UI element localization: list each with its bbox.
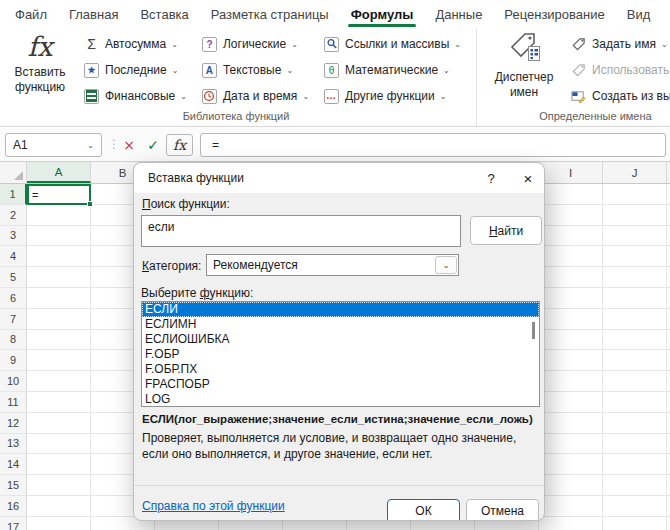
row-header-2[interactable]: 2 xyxy=(0,205,27,226)
cell-A7[interactable] xyxy=(27,309,91,330)
row-header-15[interactable]: 15 xyxy=(0,475,27,496)
cell-A17[interactable] xyxy=(27,517,91,530)
date-time-button[interactable]: Дата и время⌄ xyxy=(194,83,316,109)
cell-J8[interactable] xyxy=(603,330,667,351)
dialog-close-icon[interactable]: × xyxy=(518,168,538,188)
cell-I10[interactable] xyxy=(539,371,603,392)
cell-I17[interactable] xyxy=(539,517,603,530)
cell-A11[interactable] xyxy=(27,392,91,413)
tab-data[interactable]: Данные xyxy=(424,0,493,28)
cell-A13[interactable] xyxy=(27,434,91,455)
function-list-item[interactable]: F.ОБР.ПХ xyxy=(142,362,539,377)
cell-J5[interactable] xyxy=(603,267,667,288)
row-header-8[interactable]: 8 xyxy=(0,330,27,351)
cell-J15[interactable] xyxy=(603,475,667,496)
select-all-corner[interactable] xyxy=(0,162,27,183)
financial-button[interactable]: Финансовые⌄ xyxy=(76,83,194,109)
cell-J12[interactable] xyxy=(603,413,667,434)
function-list-item[interactable]: ЕСЛИ xyxy=(142,302,539,317)
cell-J17[interactable] xyxy=(603,517,667,530)
function-list-item[interactable]: F.ОБР xyxy=(142,347,539,362)
function-list-item[interactable]: ЕСЛИМН xyxy=(142,317,539,332)
function-help-link[interactable]: Справка по этой функции xyxy=(142,499,285,513)
cell-A16[interactable] xyxy=(27,496,91,517)
cell-A8[interactable] xyxy=(27,330,91,351)
function-list-item[interactable]: LOG xyxy=(142,392,539,407)
cell-A5[interactable] xyxy=(27,267,91,288)
tab-insert[interactable]: Вставка xyxy=(129,0,199,28)
cell-I2[interactable] xyxy=(539,205,603,226)
tab-home[interactable]: Главная xyxy=(58,0,129,28)
lookup-reference-button[interactable]: Ссылки и массивы⌄ xyxy=(316,31,468,57)
row-header-4[interactable]: 4 xyxy=(0,246,27,267)
row-header-10[interactable]: 10 xyxy=(0,371,27,392)
cell-J11[interactable] xyxy=(603,392,667,413)
cell-I3[interactable] xyxy=(539,226,603,247)
row-header-7[interactable]: 7 xyxy=(0,309,27,330)
cell-A12[interactable] xyxy=(27,413,91,434)
row-header-14[interactable]: 14 xyxy=(0,454,27,475)
autosum-button[interactable]: ΣАвтосумма⌄ xyxy=(76,31,194,57)
fill-handle[interactable] xyxy=(87,201,93,207)
cell-J13[interactable] xyxy=(603,434,667,455)
tab-review[interactable]: Рецензирование xyxy=(493,0,615,28)
cell-J4[interactable] xyxy=(603,246,667,267)
cell-I14[interactable] xyxy=(539,454,603,475)
row-header-11[interactable]: 11 xyxy=(0,392,27,413)
function-list-item[interactable]: FРАСПОБР xyxy=(142,377,539,392)
cell-I13[interactable] xyxy=(539,434,603,455)
cell-J2[interactable] xyxy=(603,205,667,226)
cell-I11[interactable] xyxy=(539,392,603,413)
name-box[interactable]: A1 ⌄ xyxy=(5,133,102,157)
cell-I6[interactable] xyxy=(539,288,603,309)
more-functions-button[interactable]: …Другие функции⌄ xyxy=(316,83,468,109)
row-header-1[interactable]: 1 xyxy=(0,184,27,205)
cell-I12[interactable] xyxy=(539,413,603,434)
cell-J6[interactable] xyxy=(603,288,667,309)
cell-I1[interactable] xyxy=(539,184,603,205)
active-cell-a1[interactable]: = xyxy=(27,184,91,205)
row-header-17[interactable]: 17 xyxy=(0,517,27,530)
cell-I4[interactable] xyxy=(539,246,603,267)
row-header-5[interactable]: 5 xyxy=(0,267,27,288)
define-name-button[interactable]: Задать имя⌄ xyxy=(563,31,670,57)
row-header-9[interactable]: 9 xyxy=(0,350,27,371)
cell-A6[interactable] xyxy=(27,288,91,309)
category-dropdown[interactable]: Рекомендуется ⌄ xyxy=(206,254,459,276)
cell-I5[interactable] xyxy=(539,267,603,288)
cell-J7[interactable] xyxy=(603,309,667,330)
name-manager-button[interactable]: Диспетчер имен xyxy=(485,28,563,100)
tab-view[interactable]: Вид xyxy=(616,0,662,28)
cell-I8[interactable] xyxy=(539,330,603,351)
ok-button[interactable]: ОК xyxy=(387,499,460,521)
chevron-down-icon[interactable]: ⌄ xyxy=(435,256,457,274)
find-button[interactable]: Найти xyxy=(470,216,542,245)
search-input[interactable]: если xyxy=(141,215,461,247)
formula-input[interactable]: = xyxy=(200,133,666,157)
math-trig-button[interactable]: θМатематические⌄ xyxy=(316,57,468,83)
row-header-12[interactable]: 12 xyxy=(0,413,27,434)
create-from-selection-button[interactable]: Создать из выделе xyxy=(563,83,670,109)
row-header-3[interactable]: 3 xyxy=(0,226,27,247)
cancel-entry-icon[interactable]: × xyxy=(118,134,140,156)
chevron-down-icon[interactable]: ⌄ xyxy=(87,141,94,150)
cell-I7[interactable] xyxy=(539,309,603,330)
insert-function-fx-icon[interactable]: fx xyxy=(166,134,193,156)
cell-J3[interactable] xyxy=(603,226,667,247)
function-list[interactable]: ЕСЛИЕСЛИМНЕСЛИОШИБКАF.ОБРF.ОБР.ПХFРАСПОБ… xyxy=(141,301,540,407)
cell-A14[interactable] xyxy=(27,454,91,475)
row-header-16[interactable]: 16 xyxy=(0,496,27,517)
cell-I15[interactable] xyxy=(539,475,603,496)
tab-page-layout[interactable]: Разметка страницы xyxy=(200,0,340,28)
cell-J16[interactable] xyxy=(603,496,667,517)
column-header-a[interactable]: A xyxy=(27,162,91,183)
tab-formulas[interactable]: Формулы xyxy=(340,0,425,28)
cell-A10[interactable] xyxy=(27,371,91,392)
cancel-button[interactable]: Отмена xyxy=(466,499,539,521)
function-list-item[interactable]: ЕСЛИОШИБКА xyxy=(142,332,539,347)
cell-A2[interactable] xyxy=(27,205,91,226)
cell-J1[interactable] xyxy=(603,184,667,205)
row-header-6[interactable]: 6 xyxy=(0,288,27,309)
cell-A9[interactable] xyxy=(27,350,91,371)
column-header-i[interactable]: I xyxy=(539,162,603,183)
